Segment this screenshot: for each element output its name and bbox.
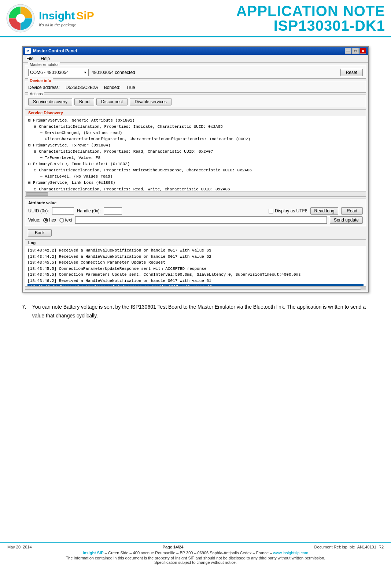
service-discovery-section: Service Discovery ⊟ PrimaryService, Gene… (25, 109, 366, 197)
tree-view[interactable]: ⊟ PrimaryService, Generic Attribute (0x1… (25, 116, 366, 191)
close-button[interactable]: ✕ (359, 48, 366, 54)
log-line-4: [18:43:45.5] ConnectionParameterUpdateRe… (27, 266, 364, 272)
tree-item: ⊟ CharacteristicDeclaration, Properties:… (27, 186, 364, 191)
handle-label: Handle (0x): (77, 208, 101, 213)
bond-button[interactable]: Bond (74, 98, 94, 105)
window-panel: M Master Control Panel — □ ✕ File Help M… (22, 46, 369, 293)
logo-area: Insight SiP It's all in the package (6, 4, 130, 33)
value-input[interactable] (75, 216, 327, 224)
footer-disclaimer1: The information contained in this docume… (7, 556, 384, 560)
tree-item: ─ ServiceChanged, (No values read) (27, 130, 364, 136)
actions-section: Actions Service discovery Bond Disconnec… (25, 94, 366, 108)
actions-label: Actions (28, 92, 44, 96)
service-discovery-label: Service Discovery (25, 110, 366, 116)
logo-sip: SiP (76, 10, 94, 22)
attr-uuid-row: UUID (0x): Handle (0x): Display as UTF8 … (28, 207, 363, 215)
display-utf8-label: Display as UTF8 (275, 208, 307, 213)
tree-item: ⊟ PrimaryService, TxPower (0x1804) (27, 142, 364, 149)
tree-item: ⊟ CharacteristicDeclaration, Properties:… (27, 149, 364, 155)
footer-website-link[interactable]: www.insightsip.com (273, 551, 308, 555)
com-port-select[interactable]: COM6 - 480103054 ▼ (28, 69, 89, 76)
menu-file[interactable]: File (25, 56, 35, 62)
tree-item: ⊟ PrimaryService, Immediate Alert (0x180… (27, 161, 364, 167)
footer-insight-sip-link[interactable]: Insight SiP (83, 551, 104, 555)
tree-item: ⊟ PrimaryService, Generic Attribute (0x1… (27, 118, 364, 124)
footer-date: May 20, 2014 (7, 545, 32, 549)
maximize-button[interactable]: □ (352, 48, 359, 54)
read-button[interactable]: Read (341, 207, 363, 215)
log-line-3: [18:43:45.5] Received Connection Paramet… (27, 260, 364, 266)
window-titlebar: M Master Control Panel — □ ✕ (23, 47, 368, 55)
log-line-6: [18:43:46.2] Received a HandleValueNotif… (27, 278, 364, 284)
reset-button[interactable]: Reset (340, 69, 363, 76)
back-section: Back (25, 228, 366, 238)
body-paragraph-section: 7. You can note Battery voltage is sent … (22, 303, 369, 320)
header: Insight SiP It's all in the package APPL… (0, 0, 391, 37)
tree-hscrollbar[interactable] (25, 191, 366, 196)
log-line-2: [18:43:44.2] Received a HandleValueNotif… (27, 254, 364, 260)
handle-input[interactable] (104, 207, 122, 215)
footer-docref: Document Ref: isp_ble_AN140101_R2 (314, 545, 384, 549)
attribute-value-section: Attribute value UUID (0x): Handle (0x): … (25, 198, 366, 226)
log-section: Log [18:43:42.2] Received a HandleValueN… (25, 239, 366, 290)
log-line-5: [18:43:45.5] Connection Parameters Updat… (27, 272, 364, 278)
send-update-button[interactable]: Send update (330, 216, 363, 224)
tree-item: ─ AlertLevel, (No values read) (27, 174, 364, 180)
master-emulator-row: COM6 - 480103054 ▼ 480103054 connected R… (28, 67, 363, 76)
disable-services-button[interactable]: Disable services (130, 98, 171, 105)
footer-disclaimer2: Specification subject to change without … (7, 560, 384, 565)
attr-value-label: Attribute value (28, 201, 363, 205)
menu-help[interactable]: Help (39, 56, 51, 62)
display-utf8-checkbox[interactable] (269, 209, 273, 213)
menubar: File Help (23, 55, 368, 63)
com-port-value: COM6 - 480103054 (30, 70, 69, 75)
window-controls[interactable]: — □ ✕ (345, 48, 366, 54)
tree-item: ⊟ PrimaryService, Link Loss (0x1803) (27, 180, 364, 186)
logo-text: Insight SiP It's all in the package (39, 10, 94, 27)
logo-insight: Insight (39, 10, 75, 22)
master-emulator-label: Master emulator (28, 62, 60, 67)
bonded-label: Bonded: (104, 85, 121, 90)
log-content[interactable]: [18:43:42.2] Received a HandleValueNotif… (25, 246, 366, 286)
bonded-value: True (126, 85, 135, 90)
connected-status: 480103054 connected (92, 70, 135, 75)
tree-item: ─ ClientCharacteristicConfiguration, Cha… (27, 136, 364, 142)
read-long-button[interactable]: Read long (310, 207, 339, 215)
device-address-label: Device address: (28, 85, 60, 90)
tree-item: ⊟ CharacteristicDeclaration, Properties:… (27, 124, 364, 130)
resize-handle[interactable] (25, 286, 366, 289)
footer-page: Page 14/24 (163, 545, 184, 549)
disconnect-button[interactable]: Disconnect (96, 98, 128, 105)
log-line-7-highlighted: [18:43:48.2] Received a HandleValueNotif… (27, 284, 364, 286)
minimize-button[interactable]: — (345, 48, 351, 54)
attr-value-row: Value: hex text Send update (28, 216, 363, 224)
tree-view-container: ⊟ PrimaryService, Generic Attribute (0x1… (25, 116, 366, 191)
footer: May 20, 2014 Page 14/24 Document Ref: is… (0, 542, 391, 568)
logo-icon (6, 4, 35, 33)
service-discovery-button[interactable]: Service discovery (28, 98, 72, 105)
actions-buttons-row: Service discovery Bond Disconnect Disabl… (28, 96, 363, 105)
hex-radio[interactable] (43, 218, 48, 223)
device-info-row: Device address: D526D85C2B2A Bonded: Tru… (28, 83, 363, 90)
device-info-label: Device info (28, 78, 53, 83)
log-label: Log (25, 240, 366, 246)
main-content: M Master Control Panel — □ ✕ File Help M… (0, 37, 391, 568)
log-line-1: [18:43:42.2] Received a HandleValueNotif… (27, 248, 364, 254)
item-number: 7. (22, 303, 26, 320)
tree-item: ─ TxPowerLevel, Value: F8 (27, 155, 364, 161)
device-info-section: Device info Device address: D526D85C2B2A… (25, 81, 366, 93)
text-radio-label: text (65, 217, 72, 223)
value-label: Value: (28, 217, 40, 223)
logo-tagline: It's all in the package (39, 23, 94, 27)
dropdown-arrow-icon: ▼ (84, 71, 87, 74)
text-radio[interactable] (59, 218, 64, 223)
app-note-line2: ISP130301-DK1 (130, 18, 385, 33)
uuid-input[interactable] (52, 207, 74, 215)
footer-top-row: May 20, 2014 Page 14/24 Document Ref: is… (7, 545, 384, 549)
footer-address-middle: – Green Side – 400 avenue Roumanille – B… (105, 551, 273, 555)
tree-item: ⊟ CharacteristicDeclaration, Properties:… (27, 167, 364, 174)
window-title: Master Control Panel (33, 48, 77, 53)
app-note-line1: APPLICATION NOTE (130, 4, 385, 18)
back-button[interactable]: Back (28, 229, 52, 237)
master-emulator-section: Master emulator COM6 - 480103054 ▼ 48010… (25, 65, 366, 79)
